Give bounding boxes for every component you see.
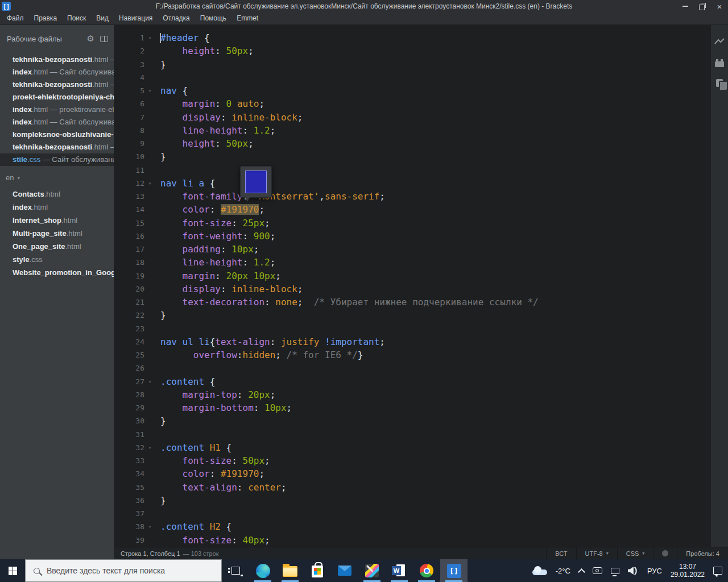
mail-button[interactable]: [331, 559, 358, 582]
code-fold-icon[interactable]: ▾: [144, 444, 154, 451]
code-line[interactable]: 19 margin: 20px 10px;: [114, 269, 711, 282]
code-line[interactable]: 10}: [114, 150, 711, 163]
paint-button[interactable]: [358, 559, 386, 582]
code-line[interactable]: 37: [114, 507, 711, 520]
code-fold-icon[interactable]: ▾: [144, 35, 154, 41]
action-center-icon[interactable]: [713, 567, 722, 575]
spaces-setting[interactable]: Пробелы: 4: [677, 547, 728, 559]
code-fold-icon[interactable]: ▾: [144, 88, 154, 94]
code-line[interactable]: 23: [114, 322, 711, 335]
menu-item[interactable]: Вид: [91, 13, 114, 24]
gear-icon[interactable]: ⚙: [87, 34, 94, 44]
project-dropdown[interactable]: en ▾: [0, 166, 114, 182]
code-line[interactable]: 33 font-size: 50px;: [114, 454, 711, 467]
code-line[interactable]: 6 margin: 0 auto;: [114, 97, 711, 110]
code-line[interactable]: 12▾nav li a {: [114, 177, 711, 190]
code-line[interactable]: 27▾.content {: [114, 375, 711, 388]
project-file-item[interactable]: Internet_shop.html: [0, 214, 114, 227]
clock[interactable]: 13:07 29.01.2022: [671, 563, 705, 579]
temperature[interactable]: -2°C: [556, 567, 570, 575]
language-select[interactable]: CSS ▾: [617, 547, 653, 559]
code-line[interactable]: 31: [114, 428, 711, 441]
project-file-item[interactable]: Website_promotion_in_Google.html: [0, 266, 114, 279]
code-line[interactable]: 22}: [114, 309, 711, 322]
project-file-item[interactable]: Contacts.html: [0, 188, 114, 201]
encoding-select[interactable]: UTF-8 ▾: [576, 547, 617, 559]
code-line[interactable]: 28 margin-top: 20px;: [114, 388, 711, 401]
code-line[interactable]: 29 margin-bottom: 10px;: [114, 401, 711, 414]
code-line[interactable]: 13 font-family: 'Montserrat',sans-serif;: [114, 190, 711, 203]
menu-item[interactable]: Файл: [2, 13, 29, 24]
code-line[interactable]: 38▾.content H2 {: [114, 520, 711, 533]
working-file-item[interactable]: index.html — Сайт обслуживани: [0, 66, 114, 78]
code-line[interactable]: 26: [114, 361, 711, 375]
project-file-item[interactable]: index.html: [0, 201, 114, 214]
volume-icon[interactable]: [628, 567, 639, 575]
code-line[interactable]: 35 text-align: center;: [114, 481, 711, 494]
code-line[interactable]: 17 padding: 10px;: [114, 243, 711, 256]
code-fold-icon[interactable]: ▾: [144, 523, 154, 530]
minimize-button[interactable]: [677, 0, 694, 13]
code-fold-icon[interactable]: ▾: [144, 379, 154, 385]
code-line[interactable]: 9 height: 50px;: [114, 137, 711, 150]
menu-item[interactable]: Отладка: [158, 13, 195, 24]
language-indicator[interactable]: РУС: [647, 567, 662, 575]
extension-manager-icon[interactable]: [715, 61, 724, 67]
code-fold-icon[interactable]: ▾: [144, 180, 154, 186]
project-file-item[interactable]: One_page_site.html: [0, 240, 114, 253]
edge-button[interactable]: [249, 559, 276, 582]
working-file-item[interactable]: tekhnika-bezopasnosti.html — Сайт обслуж…: [0, 53, 114, 66]
menu-item[interactable]: Навигация: [114, 13, 158, 24]
code-line[interactable]: 11: [114, 164, 711, 177]
split-view-icon[interactable]: [100, 36, 108, 42]
code-line[interactable]: 24nav ul li{text-align: justify !importa…: [114, 335, 711, 348]
word-button[interactable]: W: [386, 559, 413, 582]
code-line[interactable]: 25 overflow:hidden; /* for IE6 */}: [114, 348, 711, 361]
code-line[interactable]: 18 line-height: 1.2;: [114, 256, 711, 269]
working-file-item[interactable]: index.html — proektirovanie-elek: [0, 103, 114, 116]
taskbar-search-input[interactable]: Введите здесь текст для поиска: [25, 559, 222, 582]
code-line[interactable]: 7 display: inline-block;: [114, 111, 711, 124]
network-icon[interactable]: [611, 568, 619, 574]
code-line[interactable]: 4: [114, 71, 711, 84]
working-file-item[interactable]: index.html — Сайт обслуживани: [0, 116, 114, 128]
working-file-item[interactable]: tekhnika-bezopasnosti.html — Сайт обслуж…: [0, 78, 114, 91]
restore-button[interactable]: [694, 0, 711, 13]
code-line[interactable]: 2 height: 50px;: [114, 44, 711, 57]
store-button[interactable]: [304, 559, 331, 582]
working-file-item[interactable]: stile.css — Сайт обслуживание э: [0, 153, 114, 166]
code-line[interactable]: 16 font-weight: 900;: [114, 230, 711, 243]
file-explorer-button[interactable]: [276, 559, 304, 582]
start-button[interactable]: [0, 559, 25, 582]
insert-mode-toggle[interactable]: ВСТ: [546, 547, 576, 559]
project-file-item[interactable]: Multi-page_site.html: [0, 227, 114, 240]
project-file-item[interactable]: style.css: [0, 253, 114, 266]
code-line[interactable]: 30}: [114, 414, 711, 427]
chrome-button[interactable]: [413, 559, 440, 582]
code-line[interactable]: 8 line-height: 1.2;: [114, 124, 711, 137]
menu-item[interactable]: Emmet: [231, 13, 263, 24]
menu-item[interactable]: Правка: [29, 13, 63, 24]
device-tray-icon[interactable]: [593, 567, 602, 574]
live-preview-icon[interactable]: [714, 38, 725, 48]
working-file-item[interactable]: kompleksnoe-obsluzhivanie-z: [0, 128, 114, 141]
code-line[interactable]: 34 color: #191970;: [114, 467, 711, 480]
code-editor[interactable]: 1▾#header {2 height: 50px;3}45▾nav {6 ma…: [114, 25, 711, 547]
code-line[interactable]: 39 font-size: 40px;: [114, 534, 711, 547]
brackets-button[interactable]: []: [440, 559, 468, 582]
code-line[interactable]: 21 text-decoration: none; /* Убирает ниж…: [114, 296, 711, 309]
menu-item[interactable]: Помощь: [195, 13, 231, 24]
code-line[interactable]: 15 font-size: 25px;: [114, 217, 711, 230]
working-file-item[interactable]: proekt-ehlektrootopleniya-cha: [0, 91, 114, 103]
code-line[interactable]: 36}: [114, 494, 711, 507]
code-line[interactable]: 5▾nav {: [114, 84, 711, 97]
code-line[interactable]: 32▾.content H1 {: [114, 441, 711, 454]
brackets-logo-icon[interactable]: []: [2, 2, 11, 11]
code-line[interactable]: 1▾#header {: [114, 31, 711, 44]
chevron-up-icon[interactable]: [578, 568, 585, 576]
working-file-item[interactable]: tekhnika-bezopasnosti.html — Сайт обслуж…: [0, 141, 114, 153]
code-line[interactable]: 14 color: #191970;: [114, 203, 711, 216]
code-line[interactable]: 20 display: inline-block;: [114, 282, 711, 296]
task-view-button[interactable]: [222, 559, 249, 582]
documents-icon[interactable]: [716, 79, 723, 87]
